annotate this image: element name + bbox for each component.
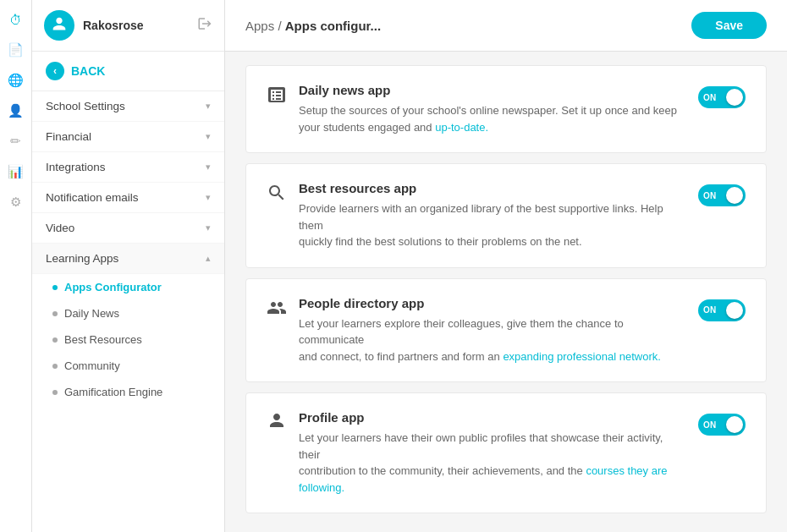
toggle-switch[interactable]: ON <box>698 86 746 108</box>
app-desc-best-resources: Provide learners with an organized libra… <box>299 200 685 250</box>
person-icon[interactable]: 👤 <box>3 98 29 123</box>
toggle-knob <box>726 302 743 319</box>
chevron-down-icon: ▾ <box>206 222 211 233</box>
toggle-label: ON <box>703 93 717 102</box>
toggle-switch[interactable]: ON <box>698 414 746 436</box>
sidebar-item-video[interactable]: Video ▾ <box>32 213 224 244</box>
app-desc-daily-news: Setup the sources of your school's onlin… <box>299 102 677 135</box>
toggle-label: ON <box>703 305 717 315</box>
app-desc-people-directory: Let your learners explore their colleagu… <box>299 315 685 365</box>
app-title-profile: Profile app <box>299 410 685 425</box>
globe-icon[interactable]: 🌐 <box>3 68 29 93</box>
toggle-best-resources[interactable]: ON <box>698 184 746 206</box>
document-icon[interactable]: 📄 <box>3 37 29 63</box>
dot-icon <box>52 311 58 316</box>
logout-icon[interactable] <box>197 16 212 36</box>
breadcrumb: Apps / Apps configur... <box>245 19 381 33</box>
breadcrumb-separator: / <box>278 19 284 33</box>
gear-icon[interactable]: ⚙ <box>3 189 29 215</box>
search-icon <box>267 183 287 208</box>
sidebar-item-learning-apps[interactable]: Learning Apps ▴ <box>32 244 224 274</box>
app-card-profile: Profile app Let your learners have their… <box>245 392 767 513</box>
chevron-down-icon: ▾ <box>206 101 211 112</box>
chevron-down-icon: ▾ <box>206 192 211 203</box>
dot-icon <box>52 337 58 343</box>
learning-apps-submenu: Apps Configurator Daily News Best Resour… <box>32 274 224 405</box>
dot-icon <box>52 390 58 395</box>
timer-icon[interactable]: ⏱ <box>3 7 29 32</box>
chevron-up-icon: ▴ <box>206 253 211 264</box>
newspaper-icon <box>267 85 287 110</box>
app-card-people-directory: People directory app Let your learners e… <box>245 278 767 383</box>
save-button[interactable]: Save <box>691 12 767 39</box>
app-card-daily-news: Daily news app Setup the sources of your… <box>245 65 767 153</box>
toggle-knob <box>726 89 743 106</box>
app-title-daily-news: Daily news app <box>299 83 677 97</box>
chevron-down-icon: ▾ <box>206 131 211 142</box>
sidebar-header: Rakosrose <box>32 0 224 52</box>
toggle-label: ON <box>703 420 717 430</box>
sidebar: Rakosrose ‹ BACK School Settings ▾ Finan… <box>32 0 225 532</box>
app-card-best-resources: Best resources app Provide learners with… <box>245 163 767 268</box>
back-label: BACK <box>71 64 105 78</box>
breadcrumb-parent[interactable]: Apps <box>245 19 274 33</box>
app-title-people-directory: People directory app <box>299 296 685 310</box>
app-title-best-resources: Best resources app <box>299 181 685 195</box>
sidebar-item-integrations[interactable]: Integrations ▾ <box>32 152 224 183</box>
icon-nav: ⏱ 📄 🌐 👤 ✏ 📊 ⚙ <box>0 0 32 532</box>
toggle-switch[interactable]: ON <box>698 299 746 321</box>
chevron-down-icon: ▾ <box>206 162 211 173</box>
topbar: Apps / Apps configur... Save <box>225 0 787 52</box>
sidebar-item-school-settings[interactable]: School Settings ▾ <box>32 91 224 122</box>
active-dot <box>52 285 58 290</box>
toggle-switch[interactable]: ON <box>698 184 746 206</box>
back-button[interactable]: ‹ BACK <box>32 52 224 91</box>
app-desc-profile: Let your learners have their own public … <box>299 430 685 496</box>
toggle-people-directory[interactable]: ON <box>698 299 746 321</box>
pencil-icon[interactable]: ✏ <box>3 129 29 154</box>
dot-icon <box>52 364 58 369</box>
chart-icon[interactable]: 📊 <box>3 159 29 184</box>
sidebar-item-gamification-engine[interactable]: Gamification Engine <box>32 379 224 405</box>
username: Rakosrose <box>83 19 197 32</box>
toggle-knob <box>726 416 743 433</box>
sidebar-item-best-resources[interactable]: Best Resources <box>32 326 224 353</box>
toggle-profile[interactable]: ON <box>698 414 746 436</box>
main-content: Apps / Apps configur... Save Daily news … <box>225 0 787 532</box>
toggle-daily-news[interactable]: ON <box>698 86 746 108</box>
avatar <box>44 10 74 41</box>
sidebar-menu: School Settings ▾ Financial ▾ Integratio… <box>32 91 224 532</box>
sidebar-item-financial[interactable]: Financial ▾ <box>32 122 224 152</box>
sidebar-item-community[interactable]: Community <box>32 353 224 379</box>
people-icon <box>267 298 287 323</box>
apps-list: Daily news app Setup the sources of your… <box>225 52 787 532</box>
toggle-knob <box>726 187 743 204</box>
sidebar-item-notification-emails[interactable]: Notification emails ▾ <box>32 183 224 213</box>
sidebar-item-apps-configurator[interactable]: Apps Configurator <box>32 274 224 300</box>
back-arrow-icon: ‹ <box>46 62 64 80</box>
sidebar-item-daily-news[interactable]: Daily News <box>32 300 224 326</box>
breadcrumb-current: Apps configur... <box>285 19 381 33</box>
profile-icon <box>267 412 287 437</box>
toggle-label: ON <box>703 191 717 200</box>
